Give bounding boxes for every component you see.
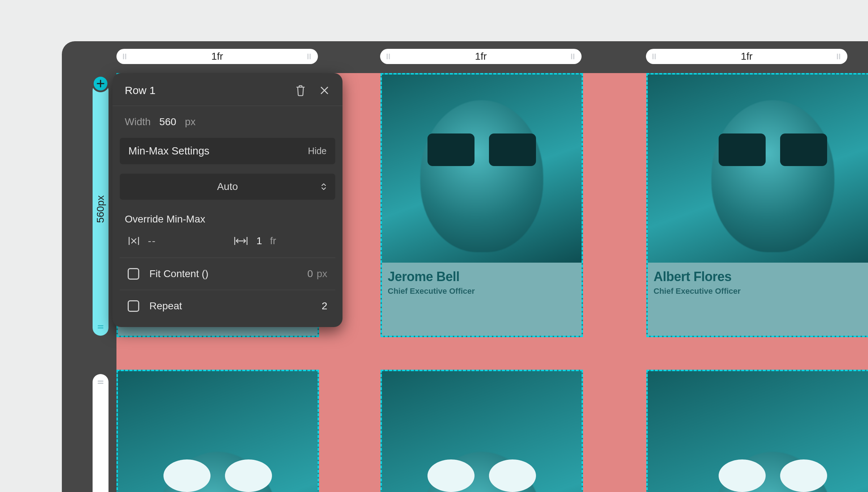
minmax-mode-value: Auto bbox=[217, 181, 238, 192]
grid-cell-r2c2[interactable] bbox=[380, 370, 583, 492]
grid-gap-horizontal bbox=[116, 337, 868, 370]
width-value[interactable]: 560 bbox=[159, 116, 176, 128]
repeat-value[interactable]: 2 bbox=[322, 300, 327, 312]
fit-content-row[interactable]: Fit Content () 0 px bbox=[120, 258, 335, 290]
max-width-icon bbox=[233, 236, 248, 246]
grid-cell-r1c3[interactable]: Albert Flores Chief Executive Officer bbox=[646, 73, 868, 337]
override-minmax-row: -- 1 fr bbox=[120, 235, 335, 258]
drag-handle-icon[interactable] bbox=[97, 381, 104, 385]
delete-button[interactable] bbox=[293, 83, 308, 98]
fit-content-value[interactable]: 0 bbox=[307, 268, 313, 280]
column-size-label: 1fr bbox=[741, 51, 753, 62]
min-field[interactable]: -- bbox=[128, 235, 222, 247]
min-value: -- bbox=[148, 235, 156, 247]
card-photo bbox=[118, 371, 318, 492]
popover-title: Row 1 bbox=[125, 84, 293, 97]
repeat-row[interactable]: Repeat 2 bbox=[120, 290, 335, 322]
card-photo bbox=[382, 371, 582, 492]
select-chevron-icon bbox=[320, 182, 327, 192]
minmax-section-header[interactable]: Min-Max Settings Hide bbox=[120, 138, 335, 164]
plus-icon bbox=[97, 80, 105, 88]
minmax-mode-select[interactable]: Auto bbox=[120, 174, 335, 200]
drag-handle-icon[interactable] bbox=[387, 52, 391, 60]
popover-header: Row 1 bbox=[112, 73, 342, 106]
fit-content-checkbox[interactable] bbox=[128, 268, 139, 280]
grid-gap-vertical bbox=[583, 73, 646, 492]
grid-cell-r2c1[interactable] bbox=[116, 370, 319, 492]
card-role: Chief Executive Officer bbox=[388, 287, 576, 296]
card-photo bbox=[648, 371, 868, 492]
drag-handle-icon[interactable] bbox=[123, 52, 127, 60]
override-heading: Override Min-Max bbox=[120, 200, 335, 235]
card-meta: Albert Flores Chief Executive Officer bbox=[648, 263, 868, 336]
row-size-label: 560px bbox=[95, 195, 106, 223]
drag-handle-icon[interactable] bbox=[652, 52, 656, 60]
grid-cell-r1c2[interactable]: Jerome Bell Chief Executive Officer bbox=[380, 73, 583, 337]
drag-handle-icon[interactable] bbox=[571, 52, 575, 60]
minmax-toggle[interactable]: Hide bbox=[308, 146, 327, 156]
max-field[interactable]: 1 fr bbox=[233, 235, 327, 247]
close-icon bbox=[319, 85, 330, 96]
column-size-label: 1fr bbox=[475, 51, 487, 62]
card-photo bbox=[382, 75, 582, 263]
width-label: Width bbox=[125, 116, 151, 128]
column-size-label: 1fr bbox=[211, 51, 223, 62]
repeat-label: Repeat bbox=[149, 300, 322, 312]
row-settings-popover: Row 1 Width 560 px Min-Max Settings Hide bbox=[112, 73, 342, 327]
row-pill-1[interactable]: 560px bbox=[93, 82, 109, 336]
repeat-checkbox[interactable] bbox=[128, 300, 139, 312]
grid-cell-r2c3[interactable] bbox=[646, 370, 868, 492]
drag-handle-icon[interactable] bbox=[837, 52, 841, 60]
column-pill-2[interactable]: 1fr bbox=[380, 49, 582, 64]
card-photo bbox=[648, 75, 868, 263]
trash-icon bbox=[295, 84, 306, 97]
fit-content-label: Fit Content () bbox=[149, 268, 307, 280]
column-pill-3[interactable]: 1fr bbox=[646, 49, 847, 64]
drag-handle-icon[interactable] bbox=[307, 52, 311, 60]
card-name: Albert Flores bbox=[654, 269, 868, 284]
close-button[interactable] bbox=[317, 83, 332, 98]
max-value: 1 bbox=[256, 235, 262, 247]
width-row: Width 560 px bbox=[120, 115, 335, 138]
width-unit: px bbox=[185, 116, 196, 128]
row-pill-2[interactable] bbox=[93, 374, 109, 492]
card-name: Jerome Bell bbox=[388, 269, 576, 284]
card-role: Chief Executive Officer bbox=[654, 287, 868, 296]
max-unit: fr bbox=[270, 235, 276, 247]
column-pill-1[interactable]: 1fr bbox=[116, 49, 318, 64]
fit-content-unit: px bbox=[316, 268, 327, 280]
card-meta: Jerome Bell Chief Executive Officer bbox=[382, 263, 582, 336]
drag-handle-icon[interactable] bbox=[97, 325, 104, 329]
add-row-button[interactable] bbox=[92, 75, 109, 92]
editor-frame: 1fr 1fr 1fr 560px bbox=[62, 41, 868, 492]
min-width-icon bbox=[128, 236, 140, 246]
minmax-heading: Min-Max Settings bbox=[128, 145, 209, 157]
